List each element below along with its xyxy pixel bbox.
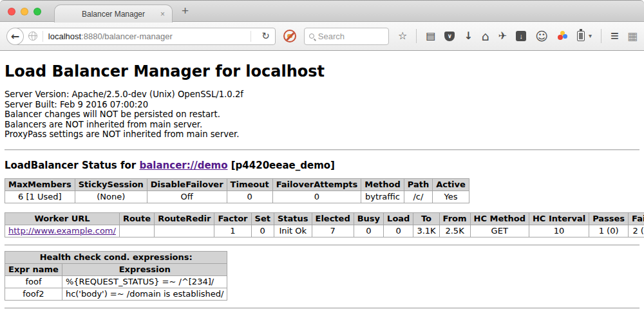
tab-balancer-manager[interactable]: Balancer Manager × (54, 5, 173, 23)
downloads-icon[interactable]: ↓ (464, 31, 472, 41)
table-header-row: Worker URL Route RouteRedir Factor Set S… (5, 212, 644, 225)
divider (5, 149, 639, 151)
table-row: 6 [1 Used] (None) Off 0 0 bytraffic /c/ … (5, 191, 469, 203)
column-header: MaxMembers (5, 178, 75, 191)
path-cell: /c/ (404, 191, 432, 203)
search-input[interactable] (318, 32, 379, 41)
column-header: Active (433, 178, 469, 191)
set-cell: 0 (251, 225, 274, 237)
url-bar[interactable]: localhost:8880/balancer-manager ↻ (15, 28, 276, 45)
method-cell: bytraffic (361, 191, 404, 203)
home-icon[interactable]: ⌂ (482, 30, 489, 42)
video-download-icon[interactable]: ↓ (516, 31, 526, 41)
divider (416, 29, 417, 43)
divider (251, 31, 251, 42)
column-header: Path (404, 178, 432, 191)
column-header: FailoverAttempts (272, 178, 361, 191)
table-row: foof2 hc('body') =~ /domain is establish… (5, 288, 227, 300)
column-header: RouteRedir (155, 212, 214, 225)
divider (601, 29, 601, 43)
column-header: Expression (62, 263, 227, 275)
elected-cell: 7 (312, 225, 354, 237)
window-controls (8, 8, 41, 15)
max-members-cell: 6 [1 Used] (5, 191, 75, 203)
reload-icon[interactable]: ↻ (256, 30, 270, 42)
search-icon (309, 33, 314, 39)
url-domain: localhost (48, 32, 81, 41)
minimize-window-button[interactable] (21, 8, 28, 15)
page-title: Load Balancer Manager for localhost (5, 51, 639, 80)
zoom-window-button[interactable] (33, 8, 41, 15)
hamburger-menu-icon[interactable]: ≡ (611, 28, 618, 44)
to-cell: 3.1K (413, 225, 439, 237)
persist-note-line: Balancer changes will NOT be persisted o… (5, 109, 639, 120)
health-check-table: Health check cond. expressions: Expr nam… (5, 251, 227, 301)
column-header: Timeout (227, 178, 272, 191)
status-heading-prefix: LoadBalancer Status for (5, 160, 139, 171)
search-bar[interactable] (304, 28, 389, 45)
table-header-row: MaxMembers StickySession DisableFailover… (5, 178, 469, 191)
status-cell: Init Ok (274, 225, 312, 237)
column-header: Elected (312, 212, 354, 225)
load-cell: 0 (384, 225, 413, 237)
url-path: :8880/balancer-manager (81, 32, 173, 41)
navigation-toolbar: ← localhost:8880/balancer-manager ↻ ☆ ▤ … (0, 22, 644, 51)
hc-interval-cell: 10 (529, 225, 589, 237)
hc-method-cell: GET (470, 225, 529, 237)
back-button[interactable]: ← (6, 28, 24, 45)
table-title-row: Health check cond. expressions: (5, 251, 227, 263)
column-header: Factor (214, 212, 251, 225)
fails-cell: 2 (0) (629, 225, 644, 237)
plugin-blocked-icon[interactable] (283, 30, 296, 42)
column-header: From (439, 212, 470, 225)
server-version-line: Server Version: Apache/2.5.0-dev (Unix) … (5, 89, 639, 100)
route-cell (119, 225, 154, 237)
factor-cell: 1 (214, 225, 251, 237)
column-header: Busy (354, 212, 383, 225)
tab-title: Balancer Manager (82, 10, 145, 19)
table-header-row: Expr name Expression (5, 263, 227, 275)
worker-row: http://www.example.com/ 1 0 Init Ok 7 0 … (5, 225, 644, 237)
status-heading-suffix: [p4420eeae_demo] (228, 160, 335, 171)
titlebar: Balancer Manager × + (0, 0, 644, 22)
column-header: Worker URL (5, 212, 120, 225)
bookmarks-sidebar-icon[interactable]: ▤ (426, 31, 435, 41)
battery-extension-icon[interactable] (577, 31, 585, 41)
colored-dots-extension-icon[interactable] (557, 31, 568, 41)
route-redir-cell (155, 225, 214, 237)
column-header: Expr name (5, 263, 62, 275)
new-tab-button[interactable]: + (182, 4, 189, 18)
column-header: StickySession (75, 178, 147, 191)
column-header: Route (119, 212, 154, 225)
health-check-table-title: Health check cond. expressions: (5, 251, 227, 263)
active-cell: Yes (433, 191, 469, 203)
balancer-status-heading: LoadBalancer Status for balancer://demo … (5, 160, 639, 171)
column-header: DisableFailover (147, 178, 227, 191)
divider (5, 245, 639, 246)
disable-failover-cell: Off (147, 191, 227, 203)
column-header: To (413, 212, 439, 225)
grid-extension-icon[interactable]: ▦ (627, 31, 638, 42)
expr-name-cell: foof2 (5, 288, 62, 300)
sticky-session-cell: (None) (75, 191, 147, 203)
paper-plane-icon[interactable]: ✈ (498, 31, 507, 41)
busy-cell: 0 (354, 225, 383, 237)
column-header: Passes (589, 212, 629, 225)
worker-url-link[interactable]: http://www.example.com/ (8, 226, 116, 236)
close-window-button[interactable] (8, 8, 15, 15)
balancer-settings-table: MaxMembers StickySession DisableFailover… (5, 178, 469, 203)
pocket-icon[interactable]: ∨ (444, 32, 455, 41)
table-row: foof %{REQUEST_STATUS} =~ /^[234]/ (5, 275, 227, 288)
column-header: HC Method (470, 212, 529, 225)
bookmark-star-icon[interactable]: ☆ (398, 31, 407, 41)
worker-table: Worker URL Route RouteRedir Factor Set S… (5, 212, 644, 237)
smiley-icon[interactable]: ☺ (535, 30, 548, 42)
divider (43, 31, 43, 42)
server-info: Server Version: Apache/2.5.0-dev (Unix) … (5, 89, 639, 140)
close-tab-icon[interactable]: × (160, 10, 165, 19)
chevron-down-icon[interactable]: ▾ (589, 33, 592, 39)
balancer-demo-link[interactable]: balancer://demo (139, 160, 227, 171)
column-header: Set (251, 212, 274, 225)
column-header: Status (274, 212, 312, 225)
inherit-note-line: Balancers are NOT inherited from main se… (5, 120, 639, 130)
